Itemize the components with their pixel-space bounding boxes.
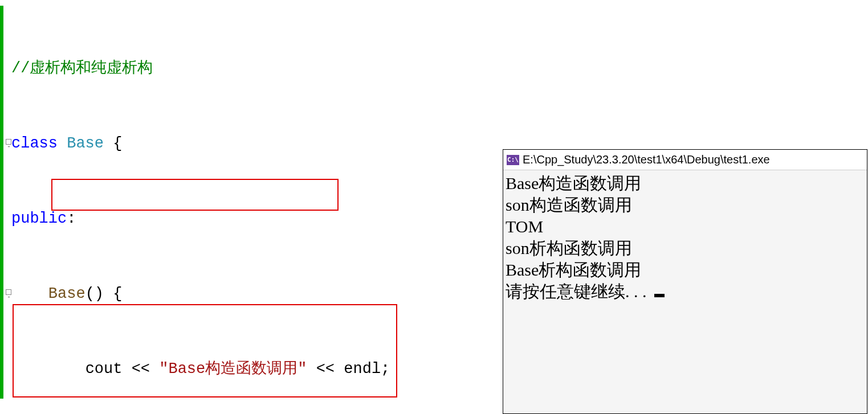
console-line: Base析构函数调用 [506, 260, 641, 279]
comment: //虚析构和纯虚析构 [11, 60, 153, 77]
console-window: C:\ E:\Cpp_Study\23.3.20\test1\x64\Debug… [503, 149, 867, 414]
console-line: son析构函数调用 [506, 239, 632, 257]
console-titlebar[interactable]: C:\ E:\Cpp_Study\23.3.20\test1\x64\Debug… [503, 150, 867, 170]
code-line: Base() { [3, 281, 390, 306]
console-line: TOM [506, 217, 543, 236]
cursor-icon [654, 294, 665, 297]
keyword: class [11, 135, 58, 152]
code-line: //虚析构和纯虚析构 [3, 56, 390, 81]
code-line: class Base { [3, 131, 390, 156]
func-name: Base [48, 285, 85, 302]
console-line: son构造函数调用 [506, 195, 632, 214]
code-editor: //虚析构和纯虚析构 class Base { public: Base() {… [0, 0, 496, 414]
keyword: public [11, 210, 67, 227]
punct: { [104, 135, 122, 152]
fold-toggle[interactable] [6, 281, 11, 306]
fold-toggle[interactable] [6, 131, 11, 156]
console-line: Base构造函数调用 [506, 174, 641, 192]
console-title: E:\Cpp_Study\23.3.20\test1\x64\Debug\tes… [523, 153, 770, 166]
cmd-icon: C:\ [507, 155, 519, 165]
console-line: 请按任意键继续. . . [506, 282, 651, 301]
type-name: Base [67, 135, 104, 152]
punct: : [67, 210, 76, 227]
punct: () { [85, 285, 123, 302]
console-output[interactable]: Base构造函数调用 son构造函数调用 TOM son析构函数调用 Base析… [503, 170, 867, 305]
highlight-box [13, 304, 397, 397]
highlight-box [51, 179, 339, 211]
